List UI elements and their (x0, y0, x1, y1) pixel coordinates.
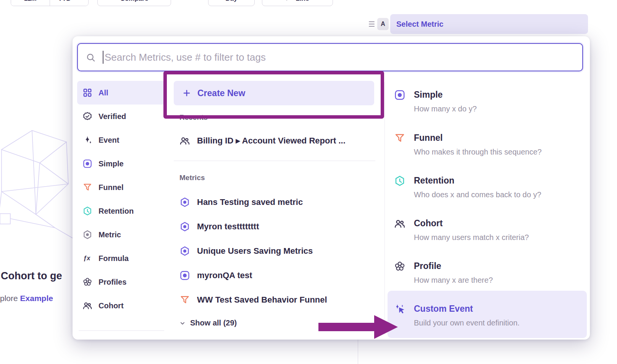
panel-divider (358, 339, 358, 364)
select-metric-placeholder: Select Metric (396, 20, 443, 29)
event-spark-icon (82, 135, 92, 145)
sidebar-item-verified[interactable]: Verified (77, 105, 166, 128)
list-item[interactable]: WW Test Saved Behavior Funnel (174, 288, 380, 312)
sidebar-item-formula[interactable]: ƒx Formula (77, 246, 166, 270)
interval-day-label: Day (225, 0, 237, 3)
list-item-label: Hans Testing saved metric (197, 197, 303, 207)
sidebar-item-cut-off[interactable] (77, 334, 166, 340)
metric-type-title: Profile (414, 260, 493, 272)
sidebar-item-event[interactable]: Event (77, 128, 166, 152)
cohort-people-icon (82, 301, 92, 311)
search-icon (86, 52, 96, 63)
list-item-label: myronQA test (197, 271, 252, 280)
metric-type-subtitle: Build your own event definition. (414, 319, 520, 327)
saved-metrics-list: Hans Testing saved metric Myron testtttt… (174, 190, 380, 312)
svg-text:ƒx: ƒx (83, 254, 90, 261)
text-cursor (103, 51, 103, 64)
category-sidebar: All Verified Event Simple Funnel Retenti… (77, 81, 166, 340)
recent-item-label: Billing ID ▸ Account Viewed Report ... (197, 136, 346, 146)
empty-state-heading: Cohort to ge (1, 270, 62, 282)
metric-type-title: Funnel (414, 132, 542, 143)
show-all-button[interactable]: Show all (29) (179, 319, 237, 327)
verified-seal-icon (82, 111, 92, 121)
simple-metric-icon (82, 159, 92, 169)
list-item[interactable]: Hans Testing saved metric (174, 190, 380, 214)
simple-metric-icon (179, 270, 190, 281)
retention-icon (394, 175, 405, 187)
recent-item[interactable]: Billing ID ▸ Account Viewed Report ... (179, 132, 346, 150)
funnel-icon (179, 295, 190, 305)
metric-type-profile[interactable]: Profile How many x are there? (394, 260, 585, 285)
grid-icon (82, 88, 92, 98)
metric-type-custom-event[interactable]: Custom Event Build your own event defini… (394, 303, 585, 327)
profiles-flower-icon (394, 261, 405, 272)
sidebar-item-label: Metric (99, 230, 121, 239)
metric-type-title: Cohort (414, 217, 529, 229)
search-input[interactable]: Search Metrics, use # to filter to tags (77, 43, 583, 71)
metric-type-subtitle: How many users match x criteria? (414, 233, 529, 242)
sidebar-item-all[interactable]: All (77, 81, 166, 105)
list-item[interactable]: Unique Users Saving Metrics (174, 239, 380, 263)
sidebar-item-label: Verified (99, 112, 126, 121)
funnel-icon (82, 182, 92, 192)
metric-type-title: Simple (414, 89, 477, 100)
trend-line-icon (286, 0, 292, 2)
sidebar-item-metric[interactable]: Metric (77, 223, 166, 246)
chart-type-line-button[interactable]: Line (262, 0, 333, 6)
list-item[interactable]: Myron testttttttt (174, 214, 380, 239)
range-ytd-button[interactable]: YTD (50, 0, 89, 6)
simple-metric-icon (394, 89, 405, 101)
funnel-icon (394, 132, 405, 144)
list-item-label: Myron testttttttt (197, 222, 259, 232)
retention-icon (82, 206, 92, 216)
sidebar-item-label: All (99, 89, 108, 97)
sidebar-item-label: Retention (99, 207, 134, 216)
explore-line: plore Example (0, 294, 53, 303)
metric-type-subtitle: How many x are there? (414, 276, 493, 285)
chevron-down-icon (179, 319, 186, 327)
metric-type-subtitle: Who does x and comes back to do y? (414, 190, 541, 199)
list-item-label: WW Test Saved Behavior Funnel (197, 295, 327, 305)
metric-hexagon-icon (179, 197, 190, 208)
cohort-people-icon (394, 218, 405, 229)
section-divider (174, 161, 375, 161)
sidebar-item-funnel[interactable]: Funnel (77, 176, 166, 199)
sidebar-item-simple[interactable]: Simple (77, 152, 166, 176)
range-12m-button[interactable]: 12M (11, 0, 50, 6)
interval-day-button[interactable]: Day (208, 0, 255, 6)
sidebar-item-label: Formula (99, 254, 129, 263)
series-badge: A (377, 18, 389, 30)
wireframe-illustration (0, 126, 78, 252)
chevron-down-icon (74, 0, 80, 2)
compare-button[interactable]: Compare (97, 0, 171, 6)
metric-type-simple[interactable]: Simple How many x do y? (394, 89, 585, 113)
metric-type-subtitle: How many x do y? (414, 105, 477, 113)
sidebar-item-label: Profiles (99, 278, 126, 287)
sidebar-item-retention[interactable]: Retention (77, 199, 166, 223)
list-item[interactable]: myronQA test (174, 263, 380, 288)
metric-type-cohort[interactable]: Cohort How many users match x criteria? (394, 217, 585, 242)
metric-hexagon-icon (179, 221, 190, 232)
select-metric-field[interactable]: Select Metric (390, 14, 588, 34)
drag-handle-icon[interactable] (369, 21, 375, 28)
metric-type-funnel[interactable]: Funnel Who makes it through this sequenc… (394, 132, 585, 156)
range-12m-label: 12M (24, 0, 37, 3)
metric-type-subtitle: Who makes it through this sequence? (414, 148, 542, 156)
sidebar-divider (79, 330, 164, 331)
formula-fx-icon: ƒx (82, 253, 92, 263)
sidebar-item-cohort[interactable]: Cohort (77, 294, 166, 317)
date-range-group: 12M YTD (11, 0, 89, 6)
sidebar-item-label: Simple (99, 159, 124, 168)
range-ytd-label: YTD (58, 0, 71, 3)
example-reports-link[interactable]: Example (20, 294, 53, 303)
metric-type-retention[interactable]: Retention Who does x and comes back to d… (394, 175, 585, 199)
metric-type-title: Custom Event (414, 303, 520, 314)
sidebar-item-profiles[interactable]: Profiles (77, 270, 166, 294)
column-divider (384, 82, 385, 335)
metric-hexagon-icon (179, 246, 190, 256)
sidebar-item-label: Event (99, 136, 119, 145)
metric-type-title: Retention (414, 175, 541, 186)
cohort-people-icon (179, 135, 190, 146)
sidebar-item-label: Funnel (99, 183, 124, 192)
search-placeholder: Search Metrics, use # to filter to tags (105, 52, 266, 63)
